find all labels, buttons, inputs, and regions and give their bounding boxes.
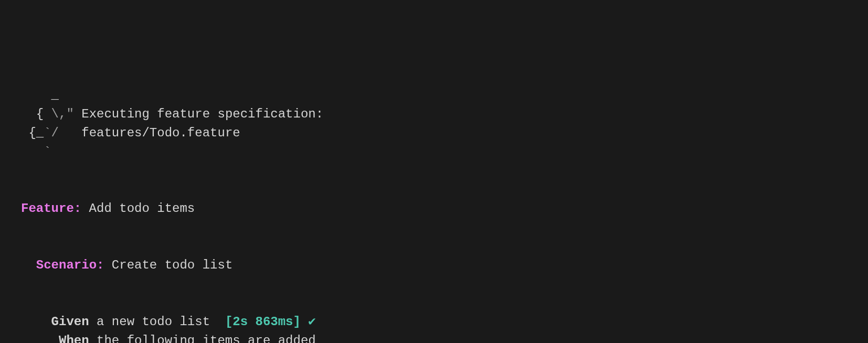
feature-title: Add todo items xyxy=(81,201,195,216)
feature-file-path: features/Todo.feature xyxy=(81,126,240,140)
logo-line-1: _ xyxy=(21,88,59,102)
logo-line-2a: { xyxy=(21,107,44,121)
executing-label: Executing feature specification: xyxy=(74,107,323,121)
logo-line-4: ` xyxy=(21,145,51,159)
when-text: the following items are added xyxy=(89,334,316,343)
check-icon: ✔ xyxy=(301,315,316,329)
when-keyword: When xyxy=(59,334,89,343)
terminal-output: _ { \," Executing feature specification:… xyxy=(21,86,847,343)
given-keyword: Given xyxy=(51,315,89,329)
logo-line-3b: `/ xyxy=(44,126,81,140)
scenario-keyword: Scenario: xyxy=(36,258,104,272)
given-text: a new todo list xyxy=(89,315,225,329)
given-timing: [2s 863ms] xyxy=(225,315,301,329)
logo-line-3a: {_ xyxy=(21,126,44,140)
logo-line-2b: \," xyxy=(44,107,74,121)
feature-keyword: Feature: xyxy=(21,201,81,216)
scenario-title: Create todo list xyxy=(104,258,232,272)
